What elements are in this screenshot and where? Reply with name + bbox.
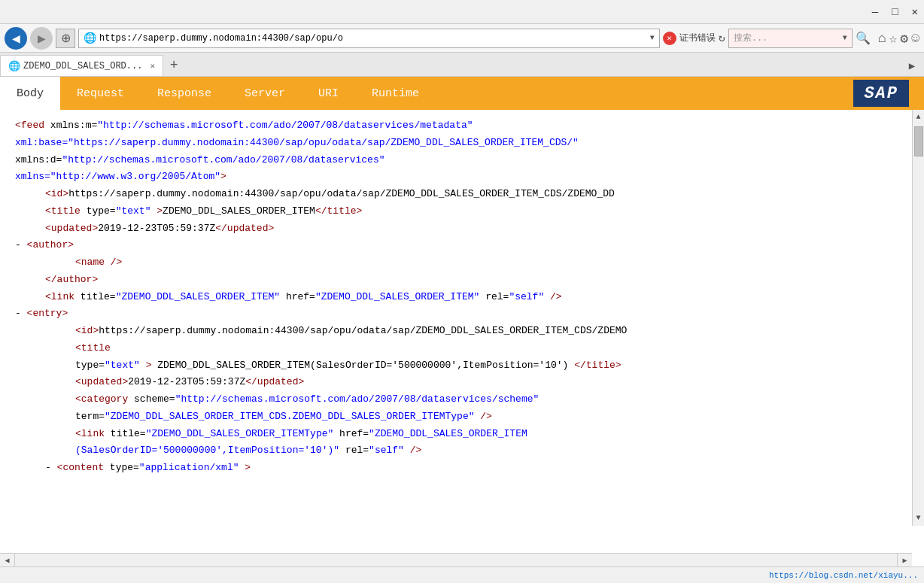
window-chrome: — □ ✕ [0, 0, 924, 24]
status-url: https://blog.csdn.net/xiayu... [769, 571, 918, 580]
xml-line-6: <title type="text" >ZDEMO_DDL_SALES_ORDE… [15, 203, 909, 220]
tab-uri[interactable]: URI [302, 77, 355, 110]
scroll-thumb[interactable] [914, 126, 923, 156]
scroll-right-arrow[interactable]: ▶ [897, 554, 912, 567]
maximize-button[interactable]: □ [892, 6, 898, 18]
cert-error-badge: ✕ [663, 32, 676, 45]
sap-nav-bar: Body Request Response Server URI Runtime… [0, 77, 924, 110]
browser-icon: 🌐 [84, 32, 96, 44]
xml-line-15: type="text" > ZDEMO_DDL_SALES_ORDER_ITEM… [15, 357, 909, 375]
tab-body[interactable]: Body [0, 77, 60, 110]
xml-line-4: xmlns="http://www.w3.org/2005/Atom"> [15, 169, 909, 186]
home-icon[interactable]: ⌂ [878, 31, 886, 46]
xml-line-8: - <author> [15, 237, 909, 254]
new-tab-button[interactable]: + [163, 55, 184, 76]
smiley-icon[interactable]: ☺ [911, 31, 919, 46]
tab-label: ZDEMO_DDL_SALES_ORD... [23, 61, 142, 71]
forward-button[interactable]: ▶ [30, 27, 53, 50]
add-button[interactable]: ⊕ [56, 29, 75, 48]
xml-line-19: <link title="ZDEMO_DDL_SALES_ORDER_ITEMT… [15, 426, 909, 443]
xml-line-21: - <content type="application/xml" > [15, 460, 909, 477]
favorites-icon[interactable]: ☆ [889, 30, 898, 47]
main-content: <feed xmlns:m="http://schemas.microsoft.… [0, 110, 924, 554]
search-box[interactable]: 搜索... ▼ [728, 29, 853, 48]
url-box[interactable]: 🌐 https://saperp.dummy.nodomain:44300/sa… [78, 29, 660, 48]
cert-error-text: 证书错误 [679, 32, 716, 44]
status-bar: https://blog.csdn.net/xiayu... [0, 566, 924, 583]
address-bar-row: ◀ ▶ ⊕ 🌐 https://saperp.dummy.nodomain:44… [0, 24, 924, 53]
tab-request[interactable]: Request [60, 77, 141, 110]
xml-line-9: <name /> [15, 254, 909, 272]
xml-line-5: <id>https://saperp.dummy.nodomain:44300/… [15, 186, 909, 203]
xml-line-11: <link title="ZDEMO_DDL_SALES_ORDER_ITEM"… [15, 289, 909, 306]
scroll-down-arrow[interactable]: ▼ [913, 511, 925, 526]
sap-logo: SAP [853, 80, 909, 107]
tab-close-button[interactable]: ✕ [150, 61, 155, 71]
xml-line-18: term="ZDEMO_DDL_SALES_ORDER_ITEM_CDS.ZDE… [15, 408, 909, 426]
xml-line-17: <category scheme="http://schemas.microso… [15, 391, 909, 408]
search-icon[interactable]: 🔍 [856, 31, 871, 46]
tab-scroll-right[interactable]: ▶ [903, 55, 921, 76]
xml-line-20: (SalesOrderID='500000000',ItemPosition='… [15, 442, 909, 460]
scroll-left-arrow[interactable]: ◀ [0, 554, 15, 567]
window-controls: — □ ✕ [872, 5, 918, 18]
tab-server[interactable]: Server [228, 77, 302, 110]
tab-browser-icon: 🌐 [8, 60, 20, 72]
minimize-button[interactable]: — [872, 6, 878, 18]
refresh-icon[interactable]: ↻ [719, 31, 725, 45]
url-text: https://saperp.dummy.nodomain:44300/sap/… [99, 33, 647, 44]
right-scrollbar[interactable]: ▲ ▼ [912, 110, 924, 526]
settings-icon[interactable]: ⚙ [900, 30, 908, 47]
xml-line-13: <id>https://saperp.dummy.nodomain:44300/… [15, 323, 909, 340]
search-text: 搜索... [734, 32, 840, 44]
xml-line-7: <updated>2019-12-23T05:59:37Z</updated> [15, 220, 909, 238]
search-dropdown-icon[interactable]: ▼ [843, 34, 847, 42]
sap-logo-text: SAP [864, 84, 898, 103]
xml-line-2: xml:base="https://saperp.dummy.nodomain:… [15, 135, 909, 152]
xml-line-12: - <entry> [15, 305, 909, 323]
xml-line-1: <feed xmlns:m="http://schemas.microsoft.… [15, 117, 909, 135]
xml-line-3: xmlns:d="http://schemas.microsoft.com/ad… [15, 152, 909, 169]
back-button[interactable]: ◀ [5, 27, 27, 50]
xml-line-16: <updated>2019-12-23T05:59:37Z</updated> [15, 374, 909, 391]
scroll-up-arrow[interactable]: ▲ [913, 110, 925, 125]
bottom-scrollbar: ◀ ▶ [0, 553, 912, 566]
xml-line-14: <title [15, 340, 909, 357]
tab-bar: 🌐 ZDEMO_DDL_SALES_ORD... ✕ + ▶ [0, 53, 924, 77]
tab-runtime[interactable]: Runtime [355, 77, 436, 110]
active-tab[interactable]: 🌐 ZDEMO_DDL_SALES_ORD... ✕ [0, 55, 163, 76]
close-button[interactable]: ✕ [912, 5, 918, 18]
tab-response[interactable]: Response [141, 77, 228, 110]
url-dropdown-icon[interactable]: ▼ [650, 34, 655, 42]
xml-line-10: </author> [15, 272, 909, 289]
